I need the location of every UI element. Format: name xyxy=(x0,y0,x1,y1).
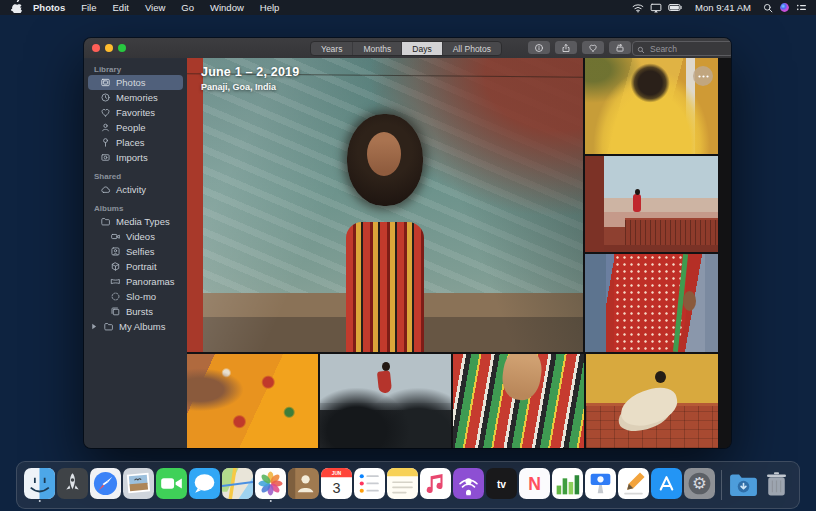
menu-photos[interactable]: Photos xyxy=(25,2,73,13)
dock-contacts-icon[interactable] xyxy=(288,468,319,502)
sidebar-item-bursts[interactable]: Bursts xyxy=(88,304,183,319)
notification-center-icon[interactable] xyxy=(793,3,810,12)
dock-facetime-icon[interactable] xyxy=(156,468,187,502)
sidebar-item-selfies[interactable]: Selfies xyxy=(88,244,183,259)
dock-trash-icon[interactable] xyxy=(761,468,792,502)
sidebar-item-panoramas[interactable]: Panoramas xyxy=(88,274,183,289)
status-icons-right xyxy=(760,2,810,13)
dock-launchpad-icon[interactable] xyxy=(57,468,88,502)
sidebar-item-label: Portrait xyxy=(126,261,157,272)
menu-go[interactable]: Go xyxy=(173,2,202,13)
more-options-button[interactable] xyxy=(693,66,713,86)
photo-hand-striped-fabric[interactable] xyxy=(453,354,584,448)
dock-notes-icon[interactable] xyxy=(387,468,418,502)
selfie-icon xyxy=(110,246,121,257)
bursts-icon xyxy=(110,306,121,317)
sidebar-item-label: Selfies xyxy=(126,246,155,257)
photo-woman-bandhani-sari[interactable] xyxy=(585,254,718,352)
photo-woman-orange-sari[interactable] xyxy=(187,354,318,448)
sidebar-item-my-albums[interactable]: My Albums xyxy=(88,319,183,334)
sidebar-item-memories[interactable]: Memories xyxy=(88,90,183,105)
sidebar-item-imports[interactable]: Imports xyxy=(88,150,183,165)
child-head xyxy=(382,362,390,371)
share-button[interactable] xyxy=(555,41,577,54)
photo-hero-woman-striped-top[interactable] xyxy=(187,58,583,352)
dock-music-icon[interactable] xyxy=(420,468,451,502)
dock-calendar-icon[interactable]: JUN3 xyxy=(321,468,352,502)
wifi-icon[interactable] xyxy=(629,3,647,13)
spotlight-search-icon[interactable] xyxy=(760,3,776,13)
dock-messages-icon[interactable] xyxy=(189,468,220,502)
hero-striped-top xyxy=(346,222,424,352)
sidebar-item-portrait[interactable]: Portrait xyxy=(88,259,183,274)
menu-file[interactable]: File xyxy=(73,2,104,13)
sidebar-item-slo-mo[interactable]: Slo-mo xyxy=(88,289,183,304)
panorama-icon xyxy=(110,276,121,287)
dock-tv-icon[interactable]: tv xyxy=(486,468,517,502)
dock-reminders-icon[interactable] xyxy=(354,468,385,502)
sidebar-item-label: Media Types xyxy=(116,216,170,227)
slomo-icon xyxy=(110,291,121,302)
tab-days[interactable]: Days xyxy=(402,42,442,55)
tab-all-photos[interactable]: All Photos xyxy=(443,42,501,55)
sari-figure-head xyxy=(635,189,640,195)
dock-news-icon[interactable]: N xyxy=(519,468,550,502)
display-mirroring-icon[interactable] xyxy=(647,3,665,13)
dock-safari-icon[interactable] xyxy=(90,468,121,502)
search-field[interactable] xyxy=(632,41,731,56)
siri-icon[interactable] xyxy=(776,2,793,13)
zoom-button[interactable] xyxy=(118,44,126,52)
dock-numbers-icon[interactable] xyxy=(552,468,583,502)
dock-downloads-icon[interactable] xyxy=(728,468,759,502)
dock-preview-icon[interactable] xyxy=(123,468,154,502)
dock-photos-icon[interactable] xyxy=(255,468,286,502)
dock-finder-icon[interactable] xyxy=(24,468,55,502)
tab-months[interactable]: Months xyxy=(353,42,402,55)
svg-text:JUN: JUN xyxy=(332,471,342,476)
dock-podcasts-icon[interactable] xyxy=(453,468,484,502)
rotate-button[interactable] xyxy=(609,41,631,54)
close-button[interactable] xyxy=(92,44,100,52)
photo-dancer-cream-fabric[interactable] xyxy=(586,354,718,448)
red-fence xyxy=(625,218,718,245)
sidebar-item-label: Places xyxy=(116,137,145,148)
dock-keynote-icon[interactable] xyxy=(585,468,616,502)
svg-text:tv: tv xyxy=(497,479,506,490)
menu-edit[interactable]: Edit xyxy=(105,2,137,13)
dock-maps-icon[interactable] xyxy=(222,468,253,502)
info-button[interactable] xyxy=(528,41,550,54)
menu-view[interactable]: View xyxy=(137,2,173,13)
battery-icon[interactable] xyxy=(665,3,686,12)
sidebar-section-albums: Albums xyxy=(94,204,187,213)
photo-child-red-dress-rocks[interactable] xyxy=(320,354,451,448)
menu-window[interactable]: Window xyxy=(202,2,252,13)
favorite-button[interactable] xyxy=(582,41,604,54)
apple-menu-icon[interactable] xyxy=(7,0,25,15)
dock: JUN3tvN⚙ xyxy=(16,461,800,509)
sidebar-item-places[interactable]: Places xyxy=(88,135,183,150)
sidebar-item-people[interactable]: People xyxy=(88,120,183,135)
cloud-icon xyxy=(100,184,111,195)
menu-help[interactable]: Help xyxy=(252,2,288,13)
minimize-button[interactable] xyxy=(105,44,113,52)
heart-icon xyxy=(588,39,598,57)
sidebar-item-videos[interactable]: Videos xyxy=(88,229,183,244)
memories-icon xyxy=(100,92,111,103)
sidebar-item-activity[interactable]: Activity xyxy=(88,182,183,197)
photos-window: YearsMonthsDaysAll Photos LibraryPhotosM… xyxy=(84,38,731,448)
photo-grid: June 1 – 2, 2019 Panaji, Goa, India xyxy=(187,58,731,448)
menu-bar: PhotosFileEditViewGoWindowHelp Mon 9:41 … xyxy=(0,0,816,15)
sidebar-item-media-types[interactable]: Media Types xyxy=(88,214,183,229)
menu-bar-clock[interactable]: Mon 9:41 AM xyxy=(690,2,756,13)
search-input[interactable] xyxy=(648,43,722,55)
photo-woman-red-sari-plaza[interactable] xyxy=(585,156,718,252)
dock-app-store-icon[interactable] xyxy=(651,468,682,502)
svg-text:⚙: ⚙ xyxy=(692,474,707,493)
dock-pages-icon[interactable] xyxy=(618,468,649,502)
dock-system-preferences-icon[interactable]: ⚙ xyxy=(684,468,715,502)
sidebar-item-photos[interactable]: Photos xyxy=(88,75,183,90)
tab-years[interactable]: Years xyxy=(311,42,353,55)
sidebar-item-favorites[interactable]: Favorites xyxy=(88,105,183,120)
disclosure-triangle-icon[interactable] xyxy=(91,323,97,330)
window-titlebar[interactable]: YearsMonthsDaysAll Photos xyxy=(84,38,731,59)
